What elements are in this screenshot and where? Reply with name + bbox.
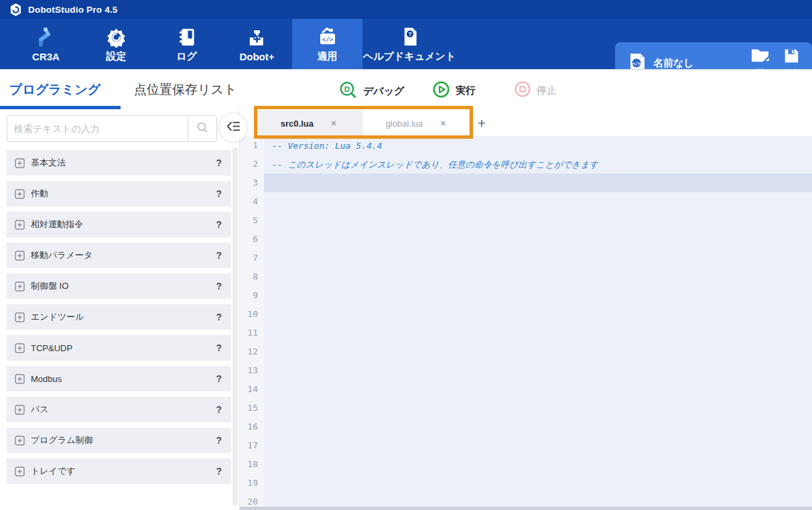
- code-line[interactable]: [264, 192, 812, 211]
- line-number[interactable]: 3: [240, 174, 264, 192]
- line-number[interactable]: 15: [240, 399, 264, 418]
- help-question-button[interactable]: ?: [216, 157, 222, 168]
- code-line[interactable]: [264, 324, 812, 342]
- line-number[interactable]: 9: [240, 286, 264, 305]
- stop-button[interactable]: 停止: [514, 80, 557, 101]
- expand-plus-icon[interactable]: [15, 281, 25, 292]
- debug-label: デバッグ: [363, 85, 404, 98]
- expand-plus-icon[interactable]: [15, 220, 25, 230]
- nav-item-settings[interactable]: 設定: [81, 19, 151, 69]
- help-question-button[interactable]: ?: [216, 435, 222, 446]
- line-number[interactable]: 6: [240, 230, 264, 249]
- nav-item-dobot-plus[interactable]: Dobot+: [222, 19, 292, 69]
- code-line[interactable]: [264, 455, 812, 474]
- expand-plus-icon[interactable]: [15, 189, 25, 199]
- help-question-button[interactable]: ?: [216, 188, 222, 199]
- expand-plus-icon[interactable]: [15, 436, 25, 446]
- line-number[interactable]: 2: [240, 155, 264, 174]
- command-group-item[interactable]: Modbus ?: [7, 366, 231, 391]
- apply-icon: </>: [316, 25, 339, 48]
- code-line[interactable]: [264, 249, 812, 267]
- code-line[interactable]: -- このスレッドはメインスレッドであり、任意の命令を呼び出すことができます: [264, 155, 812, 174]
- command-group-item[interactable]: 相対運動指令 ?: [7, 212, 231, 237]
- nav-item-apply[interactable]: </> 適用: [292, 19, 362, 69]
- help-question-button[interactable]: ?: [216, 219, 222, 230]
- help-question-button[interactable]: ?: [216, 312, 222, 322]
- command-group-item[interactable]: 移動パラメータ ?: [7, 243, 231, 268]
- tab-point-list[interactable]: 点位置保存リスト: [134, 81, 236, 99]
- code-line[interactable]: [264, 474, 812, 493]
- code-line[interactable]: [264, 361, 812, 380]
- command-group-item[interactable]: トレイです ?: [7, 458, 231, 484]
- help-question-button[interactable]: ?: [216, 250, 222, 261]
- line-number[interactable]: 13: [240, 361, 264, 380]
- line-number[interactable]: 11: [240, 324, 264, 342]
- editor-tab-src0[interactable]: src0.lua ×: [255, 111, 362, 136]
- line-number[interactable]: 12: [240, 342, 264, 361]
- run-button[interactable]: 実行: [432, 80, 476, 101]
- nav-item-log[interactable]: ログ: [151, 19, 222, 69]
- code-line[interactable]: [264, 342, 812, 361]
- expand-plus-icon[interactable]: [15, 405, 25, 415]
- line-number[interactable]: 4: [240, 192, 264, 211]
- command-group-list: 基本文法 ? 作動 ? 相対運動指令 ? 移動パラメータ ? 制御盤 IO: [7, 150, 231, 489]
- search-input[interactable]: [7, 116, 188, 141]
- sidebar-scrollbar[interactable]: [232, 147, 238, 506]
- code-line[interactable]: [264, 436, 812, 455]
- line-number[interactable]: 5: [240, 211, 264, 230]
- expand-plus-icon[interactable]: [15, 466, 25, 476]
- help-question-button[interactable]: ?: [216, 466, 222, 476]
- line-number[interactable]: 8: [240, 267, 264, 286]
- stop-label: 停止: [537, 84, 557, 97]
- code-line[interactable]: [264, 305, 812, 324]
- help-question-button[interactable]: ?: [216, 373, 222, 384]
- expand-plus-icon[interactable]: [15, 158, 25, 168]
- code-line[interactable]: [264, 380, 812, 399]
- line-number[interactable]: 19: [240, 474, 264, 493]
- nav-item-help[interactable]: ? ヘルプドキュメント: [362, 19, 456, 69]
- command-group-item[interactable]: 制御盤 IO ?: [7, 273, 231, 299]
- code-line[interactable]: -- Version: Lua 5.4.4: [264, 136, 812, 155]
- command-group-item[interactable]: 作動 ?: [7, 181, 231, 206]
- nav-item-cr3a[interactable]: CR3A: [11, 19, 81, 69]
- code-line[interactable]: [264, 399, 812, 418]
- code-line[interactable]: [264, 211, 812, 230]
- help-question-button[interactable]: ?: [216, 404, 222, 415]
- horizontal-scrollbar[interactable]: [240, 507, 812, 510]
- active-code-line[interactable]: [264, 174, 812, 192]
- command-group-item[interactable]: パス ?: [7, 397, 231, 422]
- code-line[interactable]: [264, 267, 812, 286]
- tab-programming[interactable]: プログラミング: [9, 81, 100, 99]
- help-question-button[interactable]: ?: [216, 342, 222, 353]
- command-group-item[interactable]: 基本文法 ?: [7, 150, 231, 176]
- help-question-button[interactable]: ?: [216, 281, 222, 292]
- command-group-item[interactable]: TCP&UDP ?: [7, 335, 231, 361]
- collapse-sidebar-button[interactable]: [218, 113, 248, 142]
- search-button[interactable]: [188, 116, 216, 141]
- close-icon[interactable]: ×: [331, 118, 336, 129]
- active-tab-underline: [0, 106, 121, 109]
- folder-open-icon: [750, 47, 770, 67]
- save-floppy-icon: [783, 47, 800, 67]
- editor-tab-global[interactable]: global.lua ×: [362, 111, 470, 136]
- code-line[interactable]: [264, 286, 812, 305]
- new-tab-button[interactable]: +: [470, 111, 494, 136]
- code-line[interactable]: [264, 418, 812, 436]
- expand-plus-icon[interactable]: [15, 374, 25, 384]
- expand-plus-icon[interactable]: [15, 251, 25, 261]
- line-number[interactable]: 7: [240, 249, 264, 267]
- close-icon[interactable]: ×: [440, 118, 446, 129]
- line-number[interactable]: 14: [240, 380, 264, 399]
- line-number[interactable]: 1: [240, 136, 264, 155]
- line-number[interactable]: 16: [240, 418, 264, 436]
- line-number[interactable]: 10: [240, 305, 264, 324]
- line-number[interactable]: 17: [240, 436, 264, 455]
- line-number[interactable]: 18: [240, 455, 264, 474]
- code-area[interactable]: 1234567891011121314151617181920 -- Versi…: [240, 136, 812, 510]
- expand-plus-icon[interactable]: [15, 312, 25, 322]
- code-line[interactable]: [264, 230, 812, 249]
- expand-plus-icon[interactable]: [15, 343, 25, 353]
- debug-button[interactable]: D デバッグ: [338, 80, 404, 103]
- command-group-item[interactable]: プログラム制御 ?: [7, 428, 231, 453]
- command-group-item[interactable]: エンドツール ?: [7, 304, 231, 330]
